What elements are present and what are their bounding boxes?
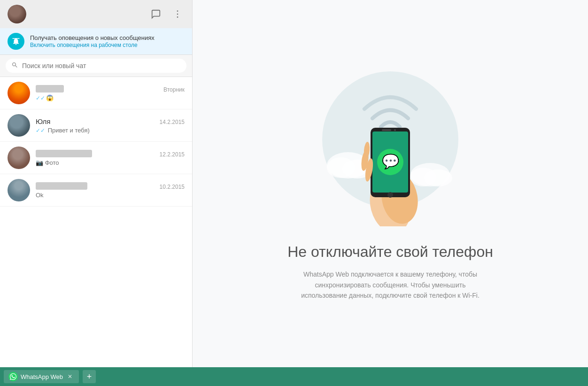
notification-text: Получать оповещения о новых сообщениях В… [30,34,155,49]
sidebar-header [0,0,192,28]
camera-icon: 📷 [36,159,45,166]
header-icons [149,7,185,21]
preview-text: Ok [36,192,44,199]
taskbar-app-item[interactable]: WhatsApp Web ✕ [4,370,79,383]
double-tick-icon: ✓✓ [36,95,45,101]
chat-avatar [8,114,30,137]
preview-text: Фото [45,159,59,166]
taskbar: WhatsApp Web ✕ + [0,367,588,386]
chat-list: Вторник ✓✓😱 Юля 14.2.2015 ✓✓ [0,77,192,367]
chat-name [36,150,92,157]
chat-item[interactable]: Юля 14.2.2015 ✓✓ Привет и тебя) [0,109,192,142]
chat-item[interactable]: Вторник ✓✓😱 [0,77,192,109]
svg-point-1 [177,14,178,15]
svg-point-0 [177,10,178,12]
phone-illustration: 💬 [310,67,470,226]
illustration-container: 💬 [310,67,470,228]
taskbar-close-button[interactable]: ✕ [66,372,74,381]
chat-item[interactable]: 12.2.2015 📷 Фото [0,142,192,174]
taskbar-whatsapp-icon [8,372,18,381]
chat-top: 10.2.2015 [36,182,185,190]
chat-item[interactable]: 10.2.2015 Ok [0,174,192,207]
chat-name [36,85,64,93]
chat-name [36,182,87,190]
svg-point-20 [387,192,393,198]
avatar-image [8,5,26,23]
chat-time: 14.2.2015 [160,119,185,125]
user-avatar[interactable] [8,5,26,23]
chat-avatar [8,82,30,104]
chat-top: Юля 14.2.2015 [36,117,185,125]
double-tick-icon: ✓✓ [36,127,45,134]
chat-time: 10.2.2015 [160,184,185,190]
svg-point-2 [177,16,178,18]
chat-name: Юля [36,117,50,125]
sidebar-header-left [8,5,26,23]
chat-preview: Ok [36,192,185,199]
search-icon [11,62,18,70]
more-options-button[interactable] [170,7,185,21]
chat-content: 10.2.2015 Ok [36,182,185,199]
main-content: 💬 Не отключайте свой телефон WhatsApp We… [193,0,588,367]
taskbar-app-label: WhatsApp Web [21,373,63,380]
notification-banner: Получать оповещения о новых сообщениях В… [0,28,192,55]
svg-rect-18 [382,129,391,131]
app-container: Получать оповещения о новых сообщениях В… [0,0,588,367]
preview-text: Привет и тебя) [48,127,90,134]
search-container [6,59,186,73]
chat-content: 12.2.2015 📷 Фото [36,150,185,166]
notification-link[interactable]: Включить оповещения на рабочем столе [30,42,155,48]
svg-text:💬: 💬 [382,153,400,170]
main-title: Не отключайте свой телефон [287,242,493,262]
compose-button[interactable] [149,7,163,21]
chat-avatar [8,147,30,169]
chat-top: Вторник [36,85,185,93]
chat-content: Юля 14.2.2015 ✓✓ Привет и тебя) [36,117,185,134]
chat-content: Вторник ✓✓😱 [36,85,185,101]
sidebar: Получать оповещения о новых сообщениях В… [0,0,193,367]
notification-icon [8,33,24,50]
chat-time: 12.2.2015 [160,151,185,158]
chat-top: 12.2.2015 [36,150,185,158]
svg-point-11 [424,170,452,186]
main-description: WhatsApp Web подключается к вашему телеф… [292,269,489,301]
search-input[interactable] [22,62,181,69]
chat-preview: ✓✓😱 [36,94,185,101]
chat-preview: ✓✓ Привет и тебя) [36,127,185,134]
notification-title: Получать оповещения о новых сообщениях [30,34,155,42]
search-bar [0,55,192,77]
chat-avatar [8,179,30,201]
chat-time: Вторник [163,86,185,93]
taskbar-add-button[interactable]: + [83,370,96,383]
chat-preview: 📷 Фото [36,159,185,166]
svg-point-19 [394,129,396,131]
